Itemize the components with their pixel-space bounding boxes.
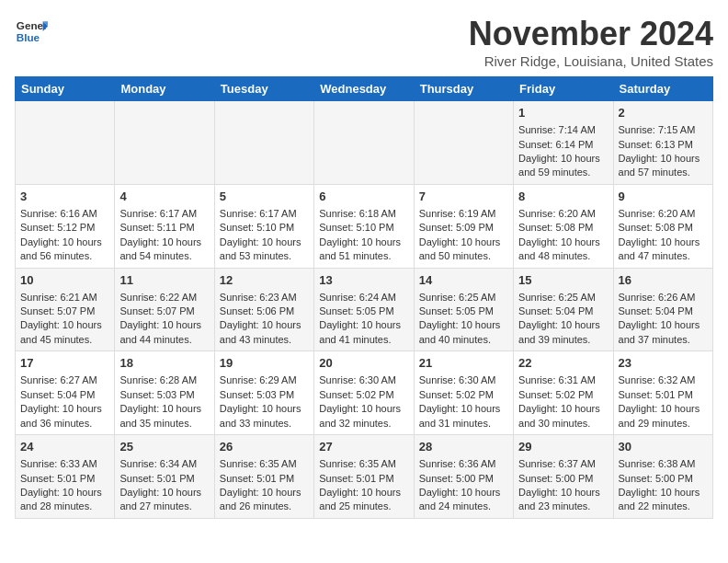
- col-friday: Friday: [514, 77, 613, 101]
- sunrise-text: Sunrise: 6:27 AM: [20, 374, 97, 385]
- week-row-3: 10Sunrise: 6:21 AMSunset: 5:07 PMDayligh…: [16, 268, 713, 351]
- daylight-text: Daylight: 10 hours and 39 minutes.: [518, 319, 600, 344]
- day-number: 16: [619, 272, 708, 289]
- sunset-text: Sunset: 5:02 PM: [319, 389, 393, 400]
- sunrise-text: Sunrise: 6:33 AM: [20, 458, 97, 469]
- week-row-5: 24Sunrise: 6:33 AMSunset: 5:01 PMDayligh…: [16, 435, 713, 519]
- sunrise-text: Sunrise: 6:25 AM: [518, 292, 596, 303]
- cell-1-5: 8Sunrise: 6:20 AMSunset: 5:08 PMDaylight…: [514, 184, 613, 268]
- day-number: 11: [119, 272, 209, 289]
- daylight-text: Daylight: 10 hours and 43 minutes.: [220, 319, 301, 344]
- sunset-text: Sunset: 5:00 PM: [419, 473, 494, 484]
- sunrise-text: Sunrise: 6:19 AM: [419, 208, 496, 219]
- month-title: November 2024: [469, 15, 713, 53]
- sunset-text: Sunset: 5:10 PM: [319, 222, 393, 233]
- title-section: November 2024 River Ridge, Louisiana, Un…: [469, 15, 713, 69]
- sunset-text: Sunset: 5:00 PM: [518, 473, 593, 484]
- sunset-text: Sunset: 5:05 PM: [419, 305, 494, 316]
- cell-2-4: 14Sunrise: 6:25 AMSunset: 5:05 PMDayligh…: [414, 268, 513, 351]
- day-number: 19: [220, 355, 309, 372]
- daylight-text: Daylight: 10 hours and 44 minutes.: [119, 319, 201, 344]
- sunset-text: Sunset: 5:04 PM: [20, 389, 95, 400]
- cell-3-1: 18Sunrise: 6:28 AMSunset: 5:03 PMDayligh…: [115, 351, 214, 435]
- cell-4-2: 26Sunrise: 6:35 AMSunset: 5:01 PMDayligh…: [214, 435, 313, 519]
- sunset-text: Sunset: 5:12 PM: [20, 222, 95, 233]
- col-tuesday: Tuesday: [214, 77, 313, 101]
- daylight-text: Daylight: 10 hours and 36 minutes.: [20, 403, 102, 428]
- cell-2-1: 11Sunrise: 6:22 AMSunset: 5:07 PMDayligh…: [115, 268, 214, 351]
- day-number: 8: [518, 189, 608, 205]
- cell-4-0: 24Sunrise: 6:33 AMSunset: 5:01 PMDayligh…: [16, 435, 115, 519]
- cell-0-0: [16, 101, 115, 185]
- header-row: Sunday Monday Tuesday Wednesday Thursday…: [16, 77, 713, 101]
- week-row-1: 1Sunrise: 7:14 AMSunset: 6:14 PMDaylight…: [16, 101, 713, 185]
- daylight-text: Daylight: 10 hours and 23 minutes.: [518, 487, 600, 511]
- sunset-text: Sunset: 5:01 PM: [319, 473, 393, 484]
- sunrise-text: Sunrise: 6:37 AM: [518, 458, 596, 469]
- cell-0-5: 1Sunrise: 7:14 AMSunset: 6:14 PMDaylight…: [514, 101, 613, 185]
- day-number: 25: [119, 439, 209, 455]
- sunrise-text: Sunrise: 6:20 AM: [518, 208, 596, 219]
- sunrise-text: Sunrise: 6:32 AM: [619, 374, 696, 385]
- sunset-text: Sunset: 6:13 PM: [619, 139, 693, 150]
- daylight-text: Daylight: 10 hours and 40 minutes.: [419, 319, 501, 344]
- sunset-text: Sunset: 5:01 PM: [619, 389, 693, 400]
- logo-icon: General Blue: [15, 15, 48, 48]
- daylight-text: Daylight: 10 hours and 56 minutes.: [20, 236, 102, 261]
- cell-4-1: 25Sunrise: 6:34 AMSunset: 5:01 PMDayligh…: [115, 435, 214, 519]
- sunset-text: Sunset: 5:00 PM: [619, 473, 693, 484]
- sunrise-text: Sunrise: 6:36 AM: [419, 458, 496, 469]
- sunrise-text: Sunrise: 6:35 AM: [319, 458, 396, 469]
- sunrise-text: Sunrise: 6:31 AM: [518, 374, 596, 385]
- daylight-text: Daylight: 10 hours and 48 minutes.: [518, 236, 600, 261]
- calendar-table: Sunday Monday Tuesday Wednesday Thursday…: [15, 76, 713, 519]
- cell-3-4: 21Sunrise: 6:30 AMSunset: 5:02 PMDayligh…: [414, 351, 513, 435]
- sunrise-text: Sunrise: 6:29 AM: [220, 374, 297, 385]
- sunrise-text: Sunrise: 6:24 AM: [319, 292, 396, 303]
- daylight-text: Daylight: 10 hours and 35 minutes.: [119, 403, 201, 428]
- sunrise-text: Sunrise: 6:38 AM: [619, 458, 696, 469]
- day-number: 26: [220, 439, 309, 455]
- daylight-text: Daylight: 10 hours and 50 minutes.: [419, 236, 501, 261]
- sunset-text: Sunset: 5:01 PM: [119, 473, 194, 484]
- day-number: 24: [20, 439, 109, 455]
- daylight-text: Daylight: 10 hours and 45 minutes.: [20, 319, 102, 344]
- daylight-text: Daylight: 10 hours and 25 minutes.: [319, 487, 401, 511]
- sunrise-text: Sunrise: 6:28 AM: [119, 374, 197, 385]
- day-number: 9: [619, 189, 708, 205]
- day-number: 13: [319, 272, 408, 289]
- cell-3-0: 17Sunrise: 6:27 AMSunset: 5:04 PMDayligh…: [16, 351, 115, 435]
- sunset-text: Sunset: 5:01 PM: [20, 473, 95, 484]
- day-number: 23: [619, 355, 708, 372]
- sunset-text: Sunset: 5:09 PM: [419, 222, 494, 233]
- sunrise-text: Sunrise: 6:22 AM: [119, 292, 197, 303]
- cell-2-6: 16Sunrise: 6:26 AMSunset: 5:04 PMDayligh…: [613, 268, 712, 351]
- day-number: 4: [119, 189, 209, 205]
- cell-0-6: 2Sunrise: 7:15 AMSunset: 6:13 PMDaylight…: [613, 101, 712, 185]
- daylight-text: Daylight: 10 hours and 26 minutes.: [220, 487, 301, 511]
- sunrise-text: Sunrise: 7:14 AM: [518, 124, 596, 135]
- daylight-text: Daylight: 10 hours and 53 minutes.: [220, 236, 301, 261]
- sunrise-text: Sunrise: 6:26 AM: [619, 292, 696, 303]
- daylight-text: Daylight: 10 hours and 30 minutes.: [518, 403, 600, 428]
- sunrise-text: Sunrise: 6:20 AM: [619, 208, 696, 219]
- day-number: 27: [319, 439, 408, 455]
- sunset-text: Sunset: 5:07 PM: [119, 305, 194, 316]
- day-number: 5: [220, 189, 309, 205]
- sunrise-text: Sunrise: 6:17 AM: [220, 208, 297, 219]
- day-number: 17: [20, 355, 109, 372]
- day-number: 29: [518, 439, 608, 455]
- sunset-text: Sunset: 5:03 PM: [119, 389, 194, 400]
- daylight-text: Daylight: 10 hours and 24 minutes.: [419, 487, 501, 511]
- calendar-header: Sunday Monday Tuesday Wednesday Thursday…: [16, 77, 713, 101]
- cell-0-1: [115, 101, 214, 185]
- day-number: 3: [20, 189, 109, 205]
- cell-3-6: 23Sunrise: 6:32 AMSunset: 5:01 PMDayligh…: [613, 351, 712, 435]
- sunrise-text: Sunrise: 6:21 AM: [20, 292, 97, 303]
- sunset-text: Sunset: 5:07 PM: [20, 305, 95, 316]
- sunrise-text: Sunrise: 6:16 AM: [20, 208, 97, 219]
- col-wednesday: Wednesday: [314, 77, 414, 101]
- col-sunday: Sunday: [16, 77, 115, 101]
- day-number: 12: [220, 272, 309, 289]
- col-thursday: Thursday: [414, 77, 513, 101]
